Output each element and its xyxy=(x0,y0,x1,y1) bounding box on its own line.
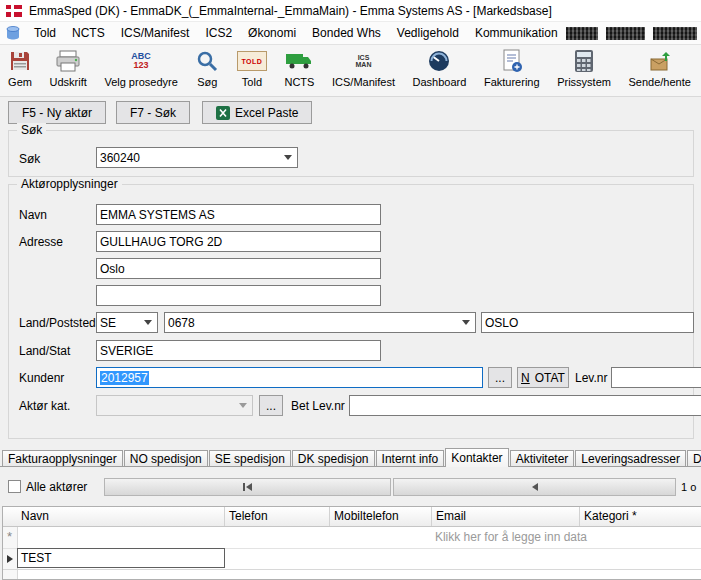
excel-paste-button[interactable]: Excel Paste xyxy=(202,101,312,124)
man-text: MAN xyxy=(356,61,372,68)
toolbar-label: NCTS xyxy=(284,76,314,88)
levnr-input[interactable] xyxy=(611,367,701,388)
adresse2-input[interactable] xyxy=(96,258,381,279)
f5-new-actor-button[interactable]: F5 - Ny aktør xyxy=(8,101,106,124)
toolbar-label: Told xyxy=(242,76,262,88)
tab-strip: Fakturaopplysninger NO spedisjon SE sped… xyxy=(2,448,701,467)
adresse3-input[interactable] xyxy=(96,285,381,306)
land-combobox-value: SE xyxy=(100,316,116,330)
redacted-menu-item[interactable] xyxy=(606,27,645,40)
mdi-child-icon[interactable] xyxy=(5,25,21,41)
kundenr-browse-button[interactable]: ... xyxy=(488,367,512,388)
menu-item-ncts[interactable]: NCTS xyxy=(64,23,113,43)
save-icon xyxy=(8,48,32,74)
first-record-button[interactable] xyxy=(104,478,391,496)
current-row-icon xyxy=(7,555,13,563)
action-button-row: F5 - Ny aktør F7 - Søk Excel Paste xyxy=(8,101,312,124)
dropdown-arrow-icon xyxy=(235,397,251,414)
tab-se-spedisjon[interactable]: SE spedisjon xyxy=(209,450,291,466)
search-combobox-value: 360240 xyxy=(100,151,140,165)
navn-input[interactable] xyxy=(96,204,381,225)
aktor-kat-combobox[interactable] xyxy=(96,395,253,416)
menu-item-ics2[interactable]: ICS2 xyxy=(197,23,240,43)
toolbar-ics-manifest[interactable]: ICSMAN ICS/Manifest xyxy=(330,48,397,88)
tab-internt-info[interactable]: Internt info xyxy=(376,450,445,466)
toolbar-fakturering[interactable]: Fakturering xyxy=(482,48,542,88)
previous-record-icon xyxy=(532,483,538,491)
toolbar-udskrift[interactable]: Udskrift xyxy=(48,48,89,88)
postnr-combobox-value: 0678 xyxy=(168,316,195,330)
toolbar-prissystem[interactable]: Prissystem xyxy=(555,48,613,88)
toolbar-label: Velg prosedyre xyxy=(104,76,177,88)
dropdown-arrow-icon[interactable] xyxy=(280,149,296,166)
dropdown-arrow-icon[interactable] xyxy=(458,314,474,331)
aktor-kat-browse-button[interactable]: ... xyxy=(259,395,283,416)
grid-header: Navn Telefon Mobiltelefon Email Kategori… xyxy=(3,507,701,527)
calculator-icon xyxy=(574,48,594,74)
toolbar-velg-prosedyre[interactable]: ABC123 Velg prosedyre xyxy=(102,48,179,88)
column-header-email[interactable]: Email xyxy=(432,507,580,526)
redacted-menu-item[interactable] xyxy=(566,27,599,40)
tab-kontakter[interactable]: Kontakter xyxy=(445,448,508,467)
land-stat-input[interactable] xyxy=(96,340,381,361)
contacts-grid: Navn Telefon Mobiltelefon Email Kategori… xyxy=(2,506,701,580)
tab-aktiviteter[interactable]: Aktiviteter xyxy=(510,450,575,466)
column-header-telefon[interactable]: Telefon xyxy=(225,507,330,526)
menu-item-told[interactable]: Told xyxy=(26,23,64,43)
land-stat-label: Land/Stat xyxy=(19,344,70,358)
actor-group-title: Aktøropplysninger xyxy=(17,177,122,191)
toolbar-gem[interactable]: Gem xyxy=(6,48,34,88)
notat-button[interactable]: NOTAT xyxy=(517,367,569,388)
column-header-navn[interactable]: Navn xyxy=(17,507,225,526)
app-flag-icon xyxy=(6,5,22,17)
menu-item-vedligehold[interactable]: Vedligehold xyxy=(389,23,467,43)
grid-row-test[interactable]: TEST xyxy=(3,548,701,570)
menu-item-bonded-whs[interactable]: Bonded Whs xyxy=(304,23,389,43)
search-combobox[interactable]: 360240 xyxy=(96,147,298,168)
actor-groupbox: Aktøropplysninger Navn Adresse Land/Post… xyxy=(8,184,694,439)
menu-item-kommunikation[interactable]: Kommunikation xyxy=(467,23,566,43)
toolbar-sende-hente[interactable]: Sende/hente xyxy=(626,48,692,88)
all-actors-checkbox[interactable] xyxy=(8,480,21,493)
toolbar-label: Dashboard xyxy=(413,76,467,88)
menu-item-okonomi[interactable]: Økonomi xyxy=(240,23,304,43)
toolbar-told[interactable]: TOLD Told xyxy=(235,48,269,88)
tab-fakturaopplysninger[interactable]: Fakturaopplysninger xyxy=(2,450,123,466)
tab-no-spedisjon[interactable]: NO spedisjon xyxy=(124,450,208,466)
tab-dk-spedisjon[interactable]: DK spedisjon xyxy=(292,450,375,466)
toolbar-sog[interactable]: Søg xyxy=(193,48,221,88)
bet-levnr-input[interactable] xyxy=(349,395,701,416)
new-row-hint[interactable]: Klikk her for å legge inn data xyxy=(371,526,651,548)
dropdown-arrow-icon[interactable] xyxy=(140,314,156,331)
levnr-label: Lev.nr xyxy=(575,371,607,385)
title-bar: EmmaSped (DK) - EmmaDK_(_EmmaInternal-_E… xyxy=(0,0,701,22)
postnr-combobox[interactable]: 0678 xyxy=(164,312,476,333)
previous-record-button[interactable] xyxy=(393,478,676,496)
toolbar-dashboard[interactable]: Dashboard xyxy=(411,48,469,88)
land-combobox[interactable]: SE xyxy=(96,312,158,333)
notat-rest: OTAT xyxy=(535,371,565,385)
kundenr-label: Kundenr xyxy=(19,371,64,385)
redacted-menu-item[interactable] xyxy=(653,27,697,40)
menu-item-ics-manifest[interactable]: ICS/Manifest xyxy=(113,23,198,43)
f7-search-button[interactable]: F7 - Søk xyxy=(116,101,190,124)
column-header-mobiltelefon[interactable]: Mobiltelefon xyxy=(330,507,432,526)
grid-new-row[interactable]: * Klikk her for å legge inn data xyxy=(3,526,701,549)
toolbar-ncts[interactable]: NCTS xyxy=(282,48,316,88)
kundenr-input[interactable]: 2012957 xyxy=(96,367,483,388)
search-group-title: Søk xyxy=(17,123,46,137)
column-header-kategori[interactable]: Kategori * xyxy=(580,507,701,526)
poststed-input[interactable] xyxy=(481,312,694,333)
cell-navn[interactable]: TEST xyxy=(17,548,225,568)
tab-dokument[interactable]: Dokument xyxy=(687,450,701,466)
cell-navn-text: TEST xyxy=(21,551,52,565)
land-poststed-label: Land/Poststed xyxy=(19,316,96,330)
bet-levnr-label: Bet Lev.nr xyxy=(291,399,345,413)
toolbar-label: ICS/Manifest xyxy=(332,76,395,88)
tab-leveringsadresser[interactable]: Leveringsadresser xyxy=(575,450,686,466)
adresse-input[interactable] xyxy=(96,231,381,252)
navn-label: Navn xyxy=(19,208,47,222)
customs-box-icon: TOLD xyxy=(237,48,267,74)
menu-bar: Told NCTS ICS/Manifest ICS2 Økonomi Bond… xyxy=(0,22,701,45)
send-receive-icon xyxy=(647,48,673,74)
